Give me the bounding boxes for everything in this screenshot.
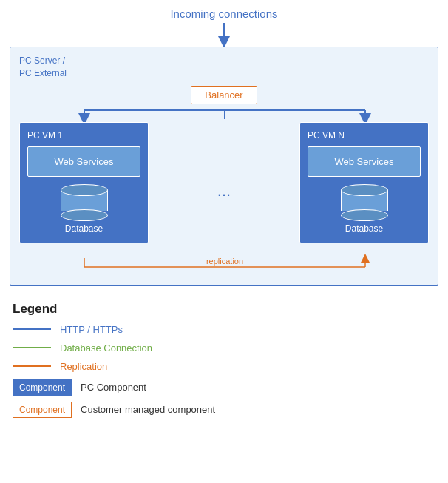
legend-label-customer-component: Customer managed component bbox=[81, 404, 215, 415]
outer-box-label: PC Server /PC External bbox=[19, 55, 429, 80]
main-diagram: PC VM 1 Web Services Database bbox=[19, 110, 429, 271]
incoming-connections-label: Incoming connections bbox=[10, 7, 438, 20]
vm1-cylinder-top bbox=[61, 184, 108, 196]
vmn-ws-box: Web Services bbox=[308, 146, 421, 177]
legend-item-db-conn: Database Connection bbox=[13, 342, 438, 354]
legend-title: Legend bbox=[13, 302, 438, 317]
replication-row: replication bbox=[19, 245, 429, 271]
vm1-db-label: Database bbox=[65, 223, 103, 234]
vm1-db-box: Database bbox=[27, 184, 140, 234]
legend-item-http: HTTP / HTTPs bbox=[13, 324, 438, 335]
vmn-cylinder-bottom bbox=[341, 209, 388, 221]
vm1-ws-box: Web Services bbox=[27, 146, 140, 177]
vm1-cylinder-bottom bbox=[61, 209, 108, 221]
vmn-cylinder bbox=[341, 184, 388, 221]
replication-arrow: replication bbox=[19, 245, 430, 271]
legend-item-customer-component: Component Customer managed component bbox=[13, 402, 438, 418]
balancer-box: Balancer bbox=[191, 86, 257, 104]
vm1-label: PC VM 1 bbox=[27, 130, 140, 141]
vmn-label: PC VM N bbox=[308, 130, 421, 141]
incoming-arrow bbox=[10, 23, 438, 47]
outer-box: PC Server /PC External Balancer bbox=[10, 47, 438, 286]
legend-label-http: HTTP / HTTPs bbox=[60, 324, 123, 335]
svg-text:replication: replication bbox=[206, 257, 243, 266]
legend-box-orange: Component bbox=[13, 402, 72, 418]
balancer-vm-arrows bbox=[19, 110, 430, 122]
legend-line-green bbox=[13, 347, 51, 348]
vmn-db-label: Database bbox=[345, 223, 383, 234]
vm-row: PC VM 1 Web Services Database bbox=[19, 122, 429, 243]
legend-label-db-conn: Database Connection bbox=[60, 342, 152, 354]
dots-separator: ... bbox=[149, 181, 299, 200]
legend-section: Legend HTTP / HTTPs Database Connection … bbox=[10, 302, 438, 418]
vmn-db-box: Database bbox=[308, 184, 421, 234]
legend-item-pc-component: Component PC Component bbox=[13, 379, 438, 396]
vm1-cylinder bbox=[61, 184, 108, 221]
vmn-cylinder-top bbox=[341, 184, 388, 196]
vmn-box: PC VM N Web Services Database bbox=[299, 122, 429, 243]
balancer-row: Balancer bbox=[19, 86, 429, 104]
legend-box-blue: Component bbox=[13, 379, 72, 396]
legend-line-orange bbox=[13, 365, 51, 367]
legend-line-blue bbox=[13, 328, 51, 330]
vm1-box: PC VM 1 Web Services Database bbox=[19, 122, 149, 243]
legend-label-replication: Replication bbox=[60, 361, 107, 372]
diagram-container: Incoming connections PC Server /PC Exter… bbox=[10, 7, 438, 418]
legend-label-pc-component: PC Component bbox=[81, 382, 146, 393]
legend-item-replication: Replication bbox=[13, 361, 438, 372]
